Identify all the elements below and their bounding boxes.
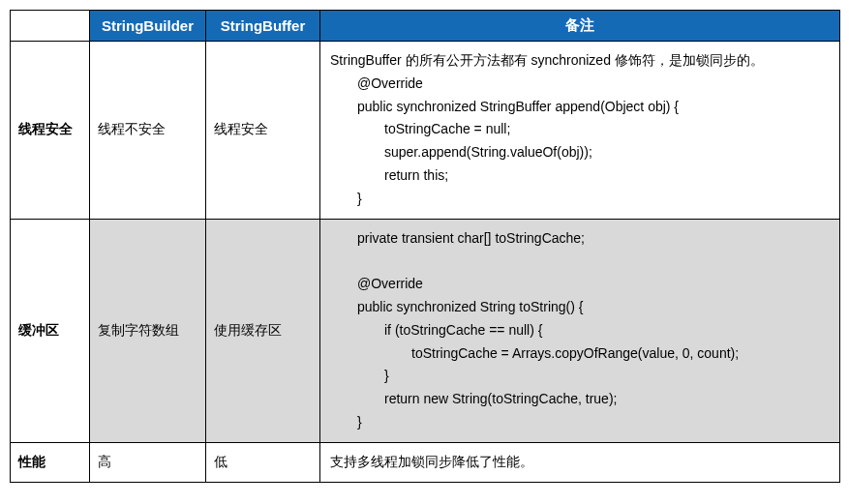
code-line: return new String(toStringCache, true); bbox=[330, 388, 830, 411]
cell-stringbuilder: 高 bbox=[90, 442, 206, 482]
code-line bbox=[330, 250, 830, 273]
header-stringbuilder: StringBuilder bbox=[90, 11, 206, 42]
code-line: toStringCache = Arrays.copyOfRange(value… bbox=[330, 342, 830, 366]
remark-intro: 支持多线程加锁同步降低了性能。 bbox=[330, 451, 830, 474]
cell-remark: 支持多线程加锁同步降低了性能。 bbox=[320, 442, 840, 482]
cell-stringbuffer: 低 bbox=[206, 442, 320, 482]
code-line: } bbox=[330, 365, 830, 388]
code-line: } bbox=[330, 188, 830, 211]
table-header-row: StringBuilder StringBuffer 备注 bbox=[11, 11, 840, 42]
table-row: 性能高低支持多线程加锁同步降低了性能。 bbox=[11, 442, 840, 482]
cell-stringbuffer: 线程安全 bbox=[206, 42, 320, 220]
code-line: } bbox=[330, 411, 830, 434]
header-remark: 备注 bbox=[320, 11, 840, 42]
code-line: toStringCache = null; bbox=[330, 118, 830, 141]
comparison-table: StringBuilder StringBuffer 备注 线程安全线程不安全线… bbox=[10, 10, 840, 483]
cell-stringbuffer: 使用缓存区 bbox=[206, 219, 320, 442]
code-line: public synchronized StringBuffer append(… bbox=[330, 96, 830, 119]
table-row: 缓冲区复制字符数组使用缓存区private transient char[] t… bbox=[11, 219, 840, 442]
remark-intro: StringBuffer 的所有公开方法都有 synchronized 修饰符，… bbox=[330, 49, 830, 73]
table-body: 线程安全线程不安全线程安全StringBuffer 的所有公开方法都有 sync… bbox=[11, 42, 840, 483]
code-line: private transient char[] toStringCache; bbox=[330, 227, 830, 251]
header-blank bbox=[11, 11, 90, 42]
code-line: super.append(String.valueOf(obj)); bbox=[330, 141, 830, 164]
table-row: 线程安全线程不安全线程安全StringBuffer 的所有公开方法都有 sync… bbox=[11, 42, 840, 220]
cell-stringbuilder: 线程不安全 bbox=[90, 42, 206, 220]
row-label: 性能 bbox=[11, 442, 90, 482]
header-stringbuffer: StringBuffer bbox=[206, 11, 320, 42]
code-line: @Override bbox=[330, 73, 830, 96]
row-label: 缓冲区 bbox=[11, 219, 90, 442]
code-line: return this; bbox=[330, 164, 830, 188]
cell-remark: StringBuffer 的所有公开方法都有 synchronized 修饰符，… bbox=[320, 42, 840, 220]
code-line: if (toStringCache == null) { bbox=[330, 319, 830, 342]
row-label: 线程安全 bbox=[11, 42, 90, 220]
cell-stringbuilder: 复制字符数组 bbox=[90, 219, 206, 442]
cell-remark: private transient char[] toStringCache; … bbox=[320, 219, 840, 442]
code-line: @Override bbox=[330, 273, 830, 296]
code-line: public synchronized String toString() { bbox=[330, 296, 830, 319]
